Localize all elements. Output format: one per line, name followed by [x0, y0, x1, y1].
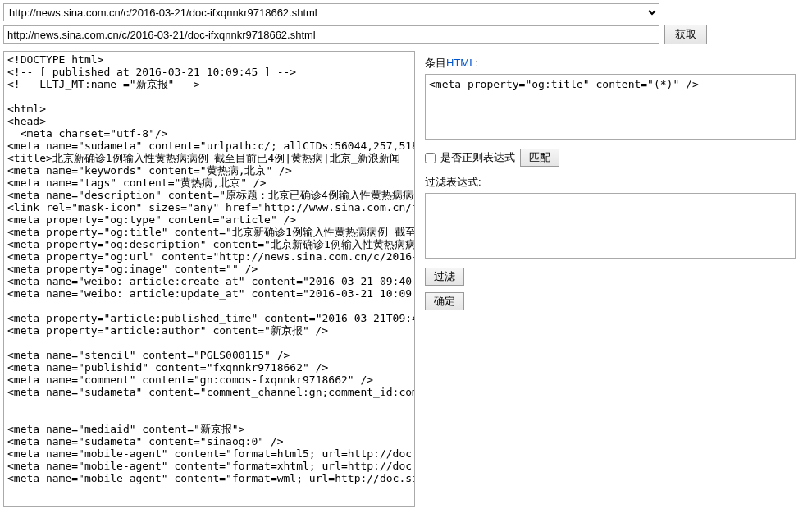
entry-label-prefix: 条目	[425, 57, 446, 69]
entry-label-html: HTML	[446, 57, 475, 69]
entry-html-textarea[interactable]	[425, 74, 796, 140]
right-panel: 条目HTML: 是否正则表达式 匹配 过滤表达式: 过滤 确定	[425, 51, 809, 507]
entry-html-label: 条目HTML:	[425, 56, 809, 71]
source-html-panel[interactable]: <!DOCTYPE html> <!-- [ published at 2016…	[3, 51, 415, 507]
url-select[interactable]: http://news.sina.com.cn/c/2016-03-21/doc…	[3, 3, 659, 21]
fetch-button[interactable]: 获取	[664, 25, 707, 44]
confirm-button[interactable]: 确定	[425, 292, 464, 310]
filter-expression-textarea[interactable]	[425, 193, 796, 259]
regex-checkbox-label: 是否正则表达式	[440, 150, 515, 165]
url-input[interactable]	[3, 25, 659, 44]
filter-expression-label: 过滤表达式:	[425, 175, 809, 190]
entry-label-suffix: :	[475, 57, 478, 69]
filter-button[interactable]: 过滤	[425, 268, 464, 286]
match-button[interactable]: 匹配	[520, 149, 559, 167]
regex-checkbox[interactable]	[425, 153, 436, 163]
